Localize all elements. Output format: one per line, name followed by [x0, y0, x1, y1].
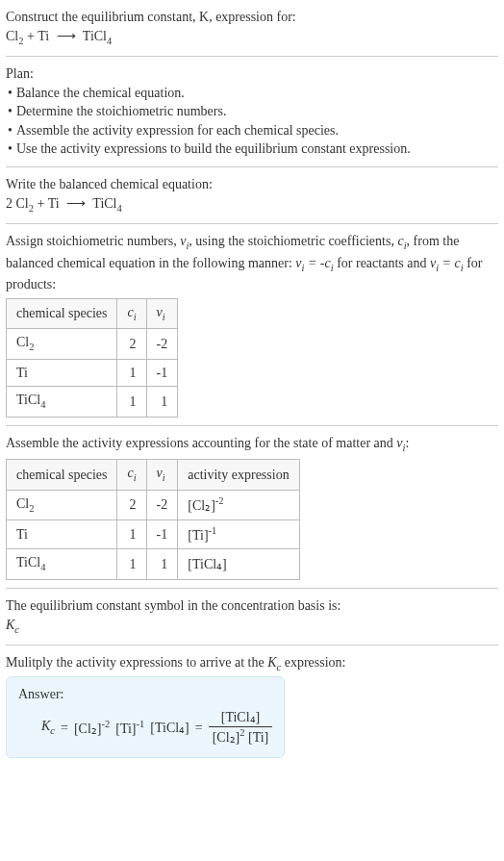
col-activity: activity expression [178, 460, 299, 490]
plan-list: •Balance the chemical equation. •Determi… [6, 84, 498, 159]
text: Mulitply the activity expressions to arr… [6, 655, 267, 670]
kc: Kc [267, 655, 281, 670]
act-exp: -1 [209, 525, 217, 536]
table-row: TiCl4 1 1 [TiCl₄] [7, 549, 300, 579]
term1: [Cl₂]-2 [74, 718, 110, 738]
plan-item-text: Balance the chemical equation. [16, 84, 185, 103]
plan-item-text: Assemble the activity expression for eac… [16, 121, 339, 140]
cell-ci: 2 [117, 329, 146, 359]
col-species: chemical species [7, 460, 117, 490]
term2: [Ti]-1 [115, 718, 144, 738]
cell-vi: 1 [146, 549, 178, 579]
cell-species: Ti [7, 359, 117, 387]
cell-ci: 1 [117, 520, 146, 549]
answer-expression: Kc = [Cl₂]-2 [Ti]-1 [TiCl₄] = [TiCl₄] [C… [18, 710, 272, 746]
den-b: [Ti] [248, 730, 268, 745]
den-a-base: [Cl₂] [213, 730, 240, 745]
table-row: Ti 1 -1 [Ti]-1 [7, 520, 300, 549]
table-row: Ti 1 -1 [7, 359, 178, 387]
col-ci: ci [117, 460, 146, 490]
text: Assemble the activity expressions accoun… [6, 436, 396, 450]
cell-vi: -2 [146, 490, 178, 519]
table-header-row: chemical species ci νi [7, 298, 178, 328]
prompt-reaction: Cl2 + Ti ⟶ TiCl4 [6, 27, 498, 48]
plan-item: •Use the activity expressions to build t… [8, 139, 498, 159]
cell-ci: 1 [117, 387, 146, 417]
fraction-numerator: [TiCl₄] [217, 710, 265, 726]
plan-section: Plan: •Balance the chemical equation. •D… [0, 57, 504, 166]
act-base: [Ti] [188, 528, 208, 543]
fraction-denominator: [Cl₂]2 [Ti] [209, 727, 273, 746]
rel-react: νi = -ci [295, 256, 333, 270]
answer-label: Answer: [18, 685, 272, 704]
balanced-prompt: Write the balanced chemical equation: [6, 175, 498, 194]
kc: Kc [41, 717, 55, 738]
activity-section: Assemble the activity expressions accoun… [0, 426, 504, 588]
cell-activity: [Ti]-1 [178, 520, 299, 549]
term1-exp: -2 [101, 719, 110, 729]
cell-vi: -2 [146, 329, 178, 359]
cell-species: Cl2 [7, 490, 117, 519]
cell-species: TiCl4 [7, 549, 117, 579]
stoich-intro: Assign stoichiometric numbers, νi, using… [6, 232, 498, 294]
cell-ci: 1 [117, 359, 146, 387]
kc-symbol-section: The equilibrium constant symbol in the c… [0, 589, 504, 645]
cell-species: Ti [7, 520, 117, 549]
text: for reactants and [334, 256, 430, 270]
text: expression: [281, 655, 345, 670]
col-ci: ci [117, 298, 146, 328]
table-row: Cl2 2 -2 [7, 329, 178, 359]
nu-i: νi [180, 234, 189, 248]
text: , using the stoichiometric coefficients, [189, 234, 397, 248]
answer-box: Answer: Kc = [Cl₂]-2 [Ti]-1 [TiCl₄] = [T… [6, 676, 285, 758]
stoich-section: Assign stoichiometric numbers, νi, using… [0, 224, 504, 425]
cell-ci: 2 [117, 490, 146, 519]
plan-item-text: Use the activity expressions to build th… [16, 139, 411, 159]
cell-species: TiCl4 [7, 387, 117, 417]
term2-base: [Ti] [115, 722, 136, 736]
bullet-icon: • [8, 84, 13, 103]
table-header-row: chemical species ci νi activity expressi… [7, 460, 300, 490]
activity-table: chemical species ci νi activity expressi… [6, 459, 300, 580]
term1-base: [Cl₂] [74, 722, 102, 736]
multiply-section: Mulitply the activity expressions to arr… [0, 646, 504, 766]
equals: = [195, 719, 203, 738]
balanced-reaction: 2 Cl2 + Ti ⟶ TiCl4 [6, 194, 498, 215]
cell-vi: -1 [146, 359, 178, 387]
cell-vi: 1 [146, 387, 178, 417]
col-vi: νi [146, 460, 178, 490]
fraction: [TiCl₄] [Cl₂]2 [Ti] [209, 710, 273, 746]
table-row: Cl2 2 -2 [Cl₂]-2 [7, 490, 300, 519]
multiply-line: Mulitply the activity expressions to arr… [6, 653, 498, 674]
plan-label: Plan: [6, 64, 498, 84]
den-a-exp: 2 [239, 727, 244, 738]
plan-item-text: Determine the stoichiometric numbers. [16, 102, 227, 121]
activity-intro: Assemble the activity expressions accoun… [6, 434, 498, 455]
term2-exp: -1 [137, 719, 145, 729]
c-i: ci [397, 234, 406, 248]
equals: = [61, 719, 68, 738]
prompt-title-text: Construct the equilibrium constant, K, e… [6, 10, 296, 24]
bullet-icon: • [8, 139, 13, 159]
stoich-table: chemical species ci νi Cl2 2 -2 Ti 1 -1 … [6, 298, 178, 418]
col-species: chemical species [7, 298, 117, 328]
bullet-icon: • [8, 102, 13, 121]
text: : [405, 436, 409, 450]
rel-prod: νi = ci [430, 256, 464, 270]
act-exp: -2 [215, 495, 224, 506]
den-a: [Cl₂]2 [213, 730, 245, 745]
plan-item: •Balance the chemical equation. [8, 84, 498, 103]
cell-activity: [Cl₂]-2 [178, 490, 299, 519]
text: Assign stoichiometric numbers, [6, 234, 180, 248]
plan-item: •Assemble the activity expression for ea… [8, 121, 498, 140]
act-base: [TiCl₄] [188, 557, 227, 571]
plan-item: •Determine the stoichiometric numbers. [8, 102, 498, 121]
arrow-icon: ⟶ [63, 194, 89, 214]
act-base: [Cl₂] [188, 498, 215, 513]
cell-vi: -1 [146, 520, 178, 549]
col-vi: νi [146, 298, 178, 328]
bullet-icon: • [8, 121, 13, 140]
kc-symbol: Kc [6, 616, 498, 637]
prompt-section: Construct the equilibrium constant, K, e… [0, 0, 504, 56]
table-row: TiCl4 1 1 [7, 387, 178, 417]
